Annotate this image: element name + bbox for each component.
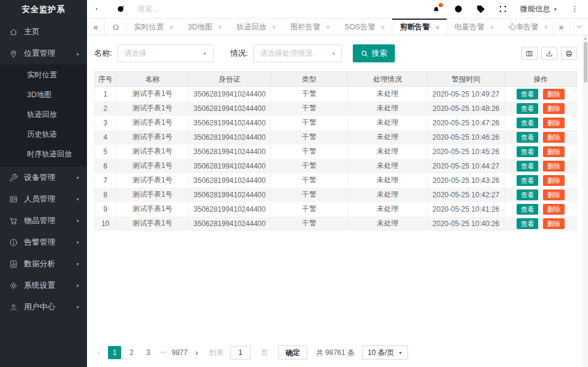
delete-button[interactable]: 删除 <box>543 103 565 114</box>
sidebar-item-location-pin[interactable]: 位置管理▲ <box>0 43 87 64</box>
sidebar-item-user[interactable]: 用户中心▼ <box>0 296 87 318</box>
more-options-icon[interactable] <box>570 4 580 14</box>
tab-6[interactable]: 电量告警× <box>447 19 501 35</box>
view-button[interactable]: 查看 <box>517 146 538 157</box>
tab-home[interactable] <box>105 19 127 35</box>
user-menu[interactable]: 微能信息 ▼ <box>520 4 557 14</box>
close-icon[interactable]: × <box>435 23 439 32</box>
scrollbar-up-icon[interactable]: ▲ <box>583 37 588 40</box>
view-button[interactable]: 查看 <box>517 218 538 229</box>
delete-button[interactable]: 删除 <box>543 189 565 200</box>
gauge-icon[interactable] <box>454 4 463 14</box>
print-button[interactable] <box>561 47 577 60</box>
column-header: 警报时间 <box>427 72 505 87</box>
table-row: 10测试手表1号350628199410244400干警未处理2020-05-2… <box>95 216 577 231</box>
close-icon[interactable]: × <box>326 23 330 32</box>
tab-7[interactable]: 心率告警× <box>502 19 553 35</box>
tab-4[interactable]: SOS告警× <box>337 19 392 35</box>
tab-5[interactable]: 剪断告警× <box>392 19 447 35</box>
delete-button[interactable]: 删除 <box>543 204 565 215</box>
status-filter-label: 情况: <box>230 48 248 59</box>
fullscreen-icon[interactable] <box>498 4 508 14</box>
view-button[interactable]: 查看 <box>517 175 538 186</box>
close-icon[interactable]: × <box>490 23 494 32</box>
view-button[interactable]: 查看 <box>517 118 538 128</box>
status-filter-select[interactable]: 请选择处理情况 ▼ <box>253 44 342 62</box>
cell-time: 2020-05-25 10:40:26 <box>427 216 505 231</box>
sidebar-item-gear[interactable]: 系统设置▼ <box>0 275 87 296</box>
close-icon[interactable]: × <box>272 23 276 32</box>
topbar-search-input[interactable] <box>137 5 251 13</box>
export-button[interactable] <box>541 47 557 60</box>
view-button[interactable]: 查看 <box>517 103 538 114</box>
view-button[interactable]: 查看 <box>517 204 538 215</box>
tab-1[interactable]: 3D地图× <box>181 19 229 35</box>
scrollbar[interactable]: ▲ <box>583 36 588 367</box>
sidebar-item-alert-circle[interactable]: 告警管理▼ <box>0 231 87 253</box>
cell-name: 测试手表1号 <box>116 173 189 188</box>
page-button-3[interactable]: 3 <box>142 346 155 359</box>
cell-time: 2020-05-25 10:48:26 <box>427 101 505 116</box>
cell-status: 未处理 <box>348 188 428 202</box>
delete-button[interactable]: 删除 <box>543 161 565 172</box>
sidebar-subitem[interactable]: 3D地图 <box>0 85 87 105</box>
name-filter-select[interactable]: 请选择 ▼ <box>118 44 214 62</box>
sidebar-subitem[interactable]: 轨迹回放 <box>0 105 87 125</box>
tab-2[interactable]: 轨迹回放× <box>229 19 283 35</box>
close-icon[interactable]: × <box>380 23 385 32</box>
table-header: 序号名称身份证类型处理情况警报时间操作 <box>95 72 577 87</box>
close-icon[interactable]: × <box>218 23 222 32</box>
tabs-scroll-left-icon[interactable]: « <box>87 19 105 35</box>
tab-0[interactable]: 实时位置× <box>127 19 181 35</box>
delete-button[interactable]: 删除 <box>543 132 565 143</box>
cell-actions: 查看删除 <box>505 216 577 231</box>
delete-button[interactable]: 删除 <box>543 118 565 128</box>
pagination: ‹ 123...9877 › 到第 页 确定 共 98761 条 10 条/页 … <box>94 342 577 362</box>
cell-type: 干警 <box>271 116 348 130</box>
page-size-select[interactable]: 10 条/页 ▼ <box>362 345 408 360</box>
chevron-down-icon: ▼ <box>398 351 403 355</box>
close-icon[interactable]: × <box>544 23 548 32</box>
column-header: 处理情况 <box>348 72 428 87</box>
user-menu-label: 微能信息 <box>520 4 550 14</box>
notifications-bell-icon[interactable] <box>431 4 441 14</box>
tab-label: 围栏告警 <box>290 22 320 32</box>
sidebar-subitem[interactable]: 时序轨迹回放 <box>0 145 87 164</box>
view-button[interactable]: 查看 <box>517 89 538 100</box>
search-button[interactable]: 搜索 <box>353 44 395 62</box>
refresh-icon[interactable] <box>116 4 125 14</box>
close-icon[interactable]: × <box>169 23 173 32</box>
sidebar-subitem[interactable]: 历史轨迹 <box>0 125 87 145</box>
cell-time: 2020-05-25 10:44:27 <box>427 159 505 173</box>
sidebar-item-wrench[interactable]: 设备管理▼ <box>0 167 87 188</box>
confirm-button[interactable]: 确定 <box>278 345 307 360</box>
page-button-1[interactable]: 1 <box>108 346 121 359</box>
view-button[interactable]: 查看 <box>517 161 538 172</box>
view-button[interactable]: 查看 <box>517 189 538 200</box>
columns-toggle-button[interactable] <box>521 47 538 60</box>
total-count-label: 共 98761 条 <box>316 348 355 358</box>
delete-button[interactable]: 删除 <box>543 218 565 229</box>
page-button-2[interactable]: 2 <box>125 346 138 359</box>
tabs-scroll-right-icon[interactable]: » <box>552 19 570 35</box>
cell-time: 2020-05-25 10:45:26 <box>427 145 505 159</box>
next-page-icon[interactable]: › <box>192 347 202 359</box>
collapse-sidebar-icon[interactable] <box>94 4 104 14</box>
sidebar-item-cart[interactable]: 物品管理▼ <box>0 210 87 231</box>
sidebar-item-chart-board[interactable]: 数据分析▼ <box>0 253 87 275</box>
tag-icon[interactable] <box>476 4 485 14</box>
page-button-9877[interactable]: 9877 <box>172 346 188 359</box>
delete-button[interactable]: 删除 <box>543 89 565 100</box>
view-button[interactable]: 查看 <box>517 132 538 143</box>
prev-page-icon[interactable]: ‹ <box>94 347 104 359</box>
sidebar-item-id-card[interactable]: 人员管理▼ <box>0 188 87 210</box>
sidebar-item-home[interactable]: 主页 <box>0 21 87 43</box>
sidebar-subitem[interactable]: 实时位置 <box>0 65 87 85</box>
scrollbar-thumb[interactable] <box>584 42 587 83</box>
goto-page-input[interactable] <box>230 346 251 360</box>
delete-button[interactable]: 删除 <box>543 175 565 186</box>
tabs-dropdown-icon[interactable] <box>570 19 588 35</box>
tab-3[interactable]: 围栏告警× <box>283 19 337 35</box>
delete-button[interactable]: 删除 <box>543 146 565 157</box>
cell-time: 2020-05-25 10:46:26 <box>427 130 505 145</box>
